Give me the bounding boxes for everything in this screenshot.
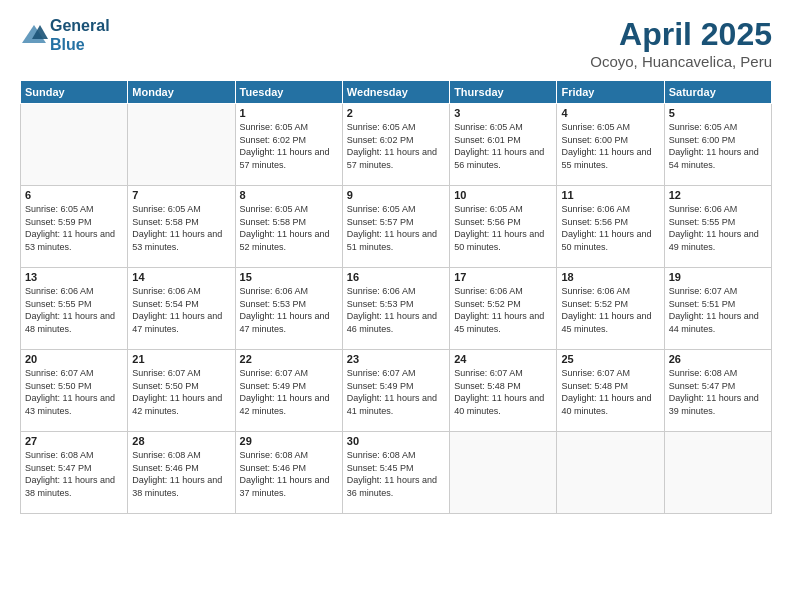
page: General Blue April 2025 Ocoyo, Huancavel… bbox=[0, 0, 792, 612]
day-info: Sunrise: 6:05 AM Sunset: 5:59 PM Dayligh… bbox=[25, 203, 123, 253]
calendar-cell bbox=[557, 432, 664, 514]
day-info: Sunrise: 6:05 AM Sunset: 6:02 PM Dayligh… bbox=[347, 121, 445, 171]
day-info: Sunrise: 6:06 AM Sunset: 5:52 PM Dayligh… bbox=[561, 285, 659, 335]
calendar-week-row: 13Sunrise: 6:06 AM Sunset: 5:55 PM Dayli… bbox=[21, 268, 772, 350]
calendar-cell: 3Sunrise: 6:05 AM Sunset: 6:01 PM Daylig… bbox=[450, 104, 557, 186]
calendar-cell bbox=[664, 432, 771, 514]
day-number: 23 bbox=[347, 353, 445, 365]
day-number: 11 bbox=[561, 189, 659, 201]
day-info: Sunrise: 6:07 AM Sunset: 5:48 PM Dayligh… bbox=[454, 367, 552, 417]
day-number: 22 bbox=[240, 353, 338, 365]
day-info: Sunrise: 6:08 AM Sunset: 5:46 PM Dayligh… bbox=[240, 449, 338, 499]
calendar-cell: 24Sunrise: 6:07 AM Sunset: 5:48 PM Dayli… bbox=[450, 350, 557, 432]
logo-icon bbox=[20, 21, 48, 49]
calendar-cell: 21Sunrise: 6:07 AM Sunset: 5:50 PM Dayli… bbox=[128, 350, 235, 432]
day-number: 8 bbox=[240, 189, 338, 201]
day-info: Sunrise: 6:08 AM Sunset: 5:46 PM Dayligh… bbox=[132, 449, 230, 499]
calendar-cell: 28Sunrise: 6:08 AM Sunset: 5:46 PM Dayli… bbox=[128, 432, 235, 514]
day-number: 9 bbox=[347, 189, 445, 201]
weekday-header-tuesday: Tuesday bbox=[235, 81, 342, 104]
day-info: Sunrise: 6:06 AM Sunset: 5:53 PM Dayligh… bbox=[347, 285, 445, 335]
calendar-cell: 27Sunrise: 6:08 AM Sunset: 5:47 PM Dayli… bbox=[21, 432, 128, 514]
calendar-cell bbox=[450, 432, 557, 514]
calendar-table: SundayMondayTuesdayWednesdayThursdayFrid… bbox=[20, 80, 772, 514]
calendar-cell: 9Sunrise: 6:05 AM Sunset: 5:57 PM Daylig… bbox=[342, 186, 449, 268]
day-info: Sunrise: 6:07 AM Sunset: 5:48 PM Dayligh… bbox=[561, 367, 659, 417]
day-number: 18 bbox=[561, 271, 659, 283]
calendar-week-row: 1Sunrise: 6:05 AM Sunset: 6:02 PM Daylig… bbox=[21, 104, 772, 186]
day-number: 16 bbox=[347, 271, 445, 283]
calendar-cell: 29Sunrise: 6:08 AM Sunset: 5:46 PM Dayli… bbox=[235, 432, 342, 514]
calendar-week-row: 20Sunrise: 6:07 AM Sunset: 5:50 PM Dayli… bbox=[21, 350, 772, 432]
calendar-cell: 17Sunrise: 6:06 AM Sunset: 5:52 PM Dayli… bbox=[450, 268, 557, 350]
day-info: Sunrise: 6:05 AM Sunset: 5:58 PM Dayligh… bbox=[240, 203, 338, 253]
day-info: Sunrise: 6:08 AM Sunset: 5:45 PM Dayligh… bbox=[347, 449, 445, 499]
calendar-cell bbox=[128, 104, 235, 186]
day-number: 27 bbox=[25, 435, 123, 447]
day-info: Sunrise: 6:05 AM Sunset: 5:58 PM Dayligh… bbox=[132, 203, 230, 253]
day-number: 15 bbox=[240, 271, 338, 283]
day-number: 6 bbox=[25, 189, 123, 201]
calendar-week-row: 27Sunrise: 6:08 AM Sunset: 5:47 PM Dayli… bbox=[21, 432, 772, 514]
day-number: 19 bbox=[669, 271, 767, 283]
location-title: Ocoyo, Huancavelica, Peru bbox=[590, 53, 772, 70]
day-info: Sunrise: 6:05 AM Sunset: 6:02 PM Dayligh… bbox=[240, 121, 338, 171]
calendar-cell: 5Sunrise: 6:05 AM Sunset: 6:00 PM Daylig… bbox=[664, 104, 771, 186]
header: General Blue April 2025 Ocoyo, Huancavel… bbox=[20, 16, 772, 70]
day-number: 14 bbox=[132, 271, 230, 283]
day-info: Sunrise: 6:06 AM Sunset: 5:54 PM Dayligh… bbox=[132, 285, 230, 335]
calendar-cell: 8Sunrise: 6:05 AM Sunset: 5:58 PM Daylig… bbox=[235, 186, 342, 268]
calendar-cell: 30Sunrise: 6:08 AM Sunset: 5:45 PM Dayli… bbox=[342, 432, 449, 514]
calendar-cell: 11Sunrise: 6:06 AM Sunset: 5:56 PM Dayli… bbox=[557, 186, 664, 268]
calendar-cell: 19Sunrise: 6:07 AM Sunset: 5:51 PM Dayli… bbox=[664, 268, 771, 350]
logo: General Blue bbox=[20, 16, 110, 54]
calendar-week-row: 6Sunrise: 6:05 AM Sunset: 5:59 PM Daylig… bbox=[21, 186, 772, 268]
calendar-cell: 22Sunrise: 6:07 AM Sunset: 5:49 PM Dayli… bbox=[235, 350, 342, 432]
day-info: Sunrise: 6:06 AM Sunset: 5:56 PM Dayligh… bbox=[561, 203, 659, 253]
month-title: April 2025 bbox=[590, 16, 772, 53]
day-info: Sunrise: 6:06 AM Sunset: 5:55 PM Dayligh… bbox=[669, 203, 767, 253]
day-number: 25 bbox=[561, 353, 659, 365]
day-number: 5 bbox=[669, 107, 767, 119]
calendar-cell: 16Sunrise: 6:06 AM Sunset: 5:53 PM Dayli… bbox=[342, 268, 449, 350]
calendar-cell: 1Sunrise: 6:05 AM Sunset: 6:02 PM Daylig… bbox=[235, 104, 342, 186]
calendar-cell: 7Sunrise: 6:05 AM Sunset: 5:58 PM Daylig… bbox=[128, 186, 235, 268]
weekday-header-monday: Monday bbox=[128, 81, 235, 104]
calendar-cell: 12Sunrise: 6:06 AM Sunset: 5:55 PM Dayli… bbox=[664, 186, 771, 268]
day-number: 24 bbox=[454, 353, 552, 365]
day-number: 12 bbox=[669, 189, 767, 201]
day-number: 26 bbox=[669, 353, 767, 365]
calendar-cell: 2Sunrise: 6:05 AM Sunset: 6:02 PM Daylig… bbox=[342, 104, 449, 186]
calendar-cell: 18Sunrise: 6:06 AM Sunset: 5:52 PM Dayli… bbox=[557, 268, 664, 350]
calendar-cell: 23Sunrise: 6:07 AM Sunset: 5:49 PM Dayli… bbox=[342, 350, 449, 432]
day-info: Sunrise: 6:07 AM Sunset: 5:50 PM Dayligh… bbox=[132, 367, 230, 417]
calendar-cell: 4Sunrise: 6:05 AM Sunset: 6:00 PM Daylig… bbox=[557, 104, 664, 186]
weekday-header-thursday: Thursday bbox=[450, 81, 557, 104]
day-number: 10 bbox=[454, 189, 552, 201]
day-number: 21 bbox=[132, 353, 230, 365]
day-info: Sunrise: 6:07 AM Sunset: 5:51 PM Dayligh… bbox=[669, 285, 767, 335]
day-info: Sunrise: 6:07 AM Sunset: 5:49 PM Dayligh… bbox=[240, 367, 338, 417]
calendar-cell: 13Sunrise: 6:06 AM Sunset: 5:55 PM Dayli… bbox=[21, 268, 128, 350]
weekday-header-wednesday: Wednesday bbox=[342, 81, 449, 104]
day-info: Sunrise: 6:07 AM Sunset: 5:50 PM Dayligh… bbox=[25, 367, 123, 417]
logo-text: General Blue bbox=[50, 16, 110, 54]
day-number: 29 bbox=[240, 435, 338, 447]
day-number: 7 bbox=[132, 189, 230, 201]
day-info: Sunrise: 6:06 AM Sunset: 5:55 PM Dayligh… bbox=[25, 285, 123, 335]
day-number: 20 bbox=[25, 353, 123, 365]
calendar-cell: 20Sunrise: 6:07 AM Sunset: 5:50 PM Dayli… bbox=[21, 350, 128, 432]
day-info: Sunrise: 6:08 AM Sunset: 5:47 PM Dayligh… bbox=[669, 367, 767, 417]
day-number: 2 bbox=[347, 107, 445, 119]
calendar-cell: 26Sunrise: 6:08 AM Sunset: 5:47 PM Dayli… bbox=[664, 350, 771, 432]
day-info: Sunrise: 6:05 AM Sunset: 6:00 PM Dayligh… bbox=[669, 121, 767, 171]
day-number: 4 bbox=[561, 107, 659, 119]
day-number: 17 bbox=[454, 271, 552, 283]
calendar-cell: 6Sunrise: 6:05 AM Sunset: 5:59 PM Daylig… bbox=[21, 186, 128, 268]
weekday-header-sunday: Sunday bbox=[21, 81, 128, 104]
day-info: Sunrise: 6:07 AM Sunset: 5:49 PM Dayligh… bbox=[347, 367, 445, 417]
day-number: 30 bbox=[347, 435, 445, 447]
weekday-header-saturday: Saturday bbox=[664, 81, 771, 104]
day-info: Sunrise: 6:05 AM Sunset: 6:01 PM Dayligh… bbox=[454, 121, 552, 171]
title-block: April 2025 Ocoyo, Huancavelica, Peru bbox=[590, 16, 772, 70]
